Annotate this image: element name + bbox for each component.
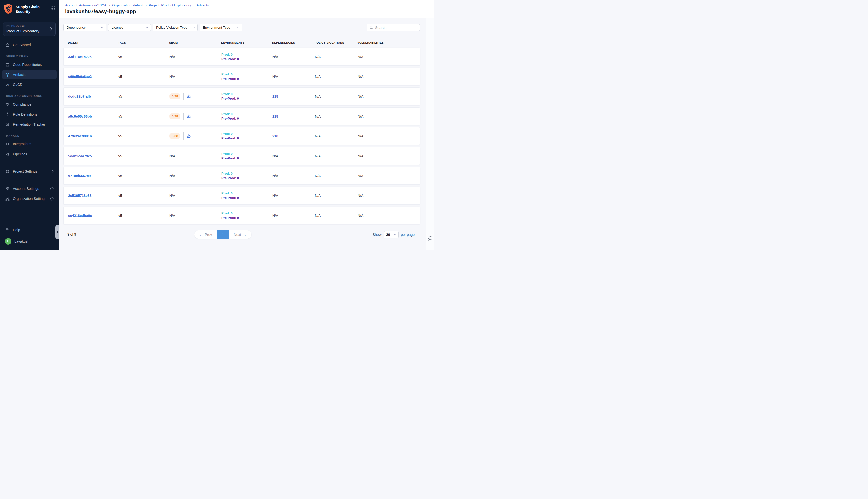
digest-link[interactable]: 479e2acd981b [68,134,118,138]
arrow-right-icon: → [243,232,246,237]
content-area: Dependency License Policy Violation Type… [59,18,426,250]
sidebar-item-artifacts[interactable]: Artifacts [2,70,57,80]
license-filter-select[interactable]: License [108,24,151,32]
page-1-button[interactable]: 1 [217,230,229,239]
table-footer: 9 of 9 ← Prev 1 Next → Show [63,227,420,243]
next-label: Next [234,233,241,237]
chat-support-icon[interactable] [427,235,433,241]
module-grid-icon[interactable] [50,6,55,11]
sidebar-item-get-started[interactable]: Get Started [2,40,57,50]
dependencies-cell: 218 [272,94,315,99]
dependencies-na: N/A [272,75,278,78]
search-input[interactable] [375,26,421,30]
dependencies-link[interactable]: 218 [272,134,278,138]
sidebar-item-label: Artifacts [13,73,26,77]
prod-count: Prod: 0 [221,132,272,136]
breadcrumb-separator: › [146,3,147,7]
app-window: Supply Chain Security [0,0,434,250]
dependencies-cell: 218 [272,114,315,119]
sidebar-bottom: ? Help L Lavakush [0,225,59,250]
section-label-supply-chain: SUPPLY CHAIN [6,55,59,58]
sidebar-item-pipelines[interactable]: Pipelines [2,149,57,159]
sidebar-item-label: Account Settings [13,187,39,191]
digest-link[interactable]: 5dab9caa79c5 [68,154,118,158]
page-size-control: Show 20 per page [373,231,415,239]
download-sbom-button[interactable] [187,94,191,98]
digest-link[interactable]: 33d114e1c225 [68,55,118,59]
policy-violations-value: N/A [315,214,358,218]
supply-chain-security-logo [3,3,13,14]
dependencies-link[interactable]: 218 [272,95,278,98]
sbom-cell: 6.38 [169,112,221,120]
next-page-button[interactable]: Next → [229,230,251,239]
prev-page-button[interactable]: ← Prev [195,230,217,239]
project-selector[interactable]: PROJECT Product Exploratory [3,22,55,36]
sidebar-item-code-repositories[interactable]: Code Repositories [2,60,57,69]
preprod-count: Pre-Prod: 0 [221,97,272,100]
section-label-manage: MANAGE [6,134,59,137]
sbom-na: N/A [169,174,175,178]
breadcrumb-project-link[interactable]: Project: Product Exploratory [149,3,191,7]
sbom-score-badge: 6.38 [169,94,180,99]
digest-link[interactable]: c69c5b6a8ae2 [68,75,118,78]
sidebar-item-integrations[interactable]: Integrations [2,139,57,149]
digest-link[interactable]: ee4218cdba0c [68,214,118,218]
integrations-icon [5,142,10,146]
download-sbom-button[interactable] [187,134,191,138]
column-header-environments: ENVIRONMENTS [221,41,272,44]
sbom-cell: N/A [169,194,221,198]
sidebar-item-label: CI/CD [13,83,22,87]
user-menu[interactable]: L Lavakush [2,237,57,246]
environments-cell: Prod: 0 Pre-Prod: 0 [221,52,272,61]
breadcrumb-artifacts-link[interactable]: Artifacts [197,3,209,7]
digest-link[interactable]: a9c6e00c66bb [68,114,118,118]
chevron-right-icon [50,27,52,31]
sidebar-item-remediation-tracker[interactable]: Remediation Tracker [2,120,57,129]
table-row: a9c6e00c66bb v5 6.38 Prod: 0 [63,107,420,125]
sidebar-item-organization-settings[interactable]: Organization Settings [2,194,57,204]
dependencies-link[interactable]: 218 [272,114,278,118]
tag-value: v5 [118,214,169,218]
show-label: Show [373,233,382,237]
environment-type-filter-select[interactable]: Environment Type [200,24,243,32]
sidebar-item-label: Help [13,228,20,232]
document-search-icon [5,102,10,107]
page-size-select[interactable]: 20 [384,231,399,239]
breadcrumb-organization-link[interactable]: Organization: default [112,3,144,7]
sidebar-item-cicd[interactable]: ∞ CI/CD [2,80,57,89]
dependency-filter-select[interactable]: Dependency [63,24,106,32]
sbom-na: N/A [169,75,175,78]
filter-label: Policy Violation Type [156,26,190,29]
info-icon[interactable] [50,197,54,200]
info-icon[interactable] [50,187,54,191]
policy-violation-type-filter-select[interactable]: Policy Violation Type [153,24,198,32]
dependencies-na: N/A [272,194,278,198]
sidebar-item-label: Get Started [13,43,31,47]
sidebar-item-account-settings[interactable]: Account Settings [2,184,57,194]
digest-link[interactable]: 2c5365718e88 [68,194,118,198]
breadcrumb-account-link[interactable]: Account: Automation-SSCA [65,3,107,7]
prod-count: Prod: 0 [221,192,272,195]
digest-link[interactable]: 9710cf6667c9 [68,174,118,178]
tag-value: v5 [118,134,169,138]
dependencies-na: N/A [272,174,278,178]
download-sbom-button[interactable] [187,114,191,118]
sidebar-item-help[interactable]: ? Help [2,225,57,235]
prod-count: Prod: 0 [221,52,272,56]
sidebar-item-compliance[interactable]: Compliance [2,99,57,109]
sbom-na: N/A [169,194,175,198]
box-bandage-icon [5,122,10,126]
home-icon [5,43,10,47]
sidebar-item-rule-definitions[interactable]: Rule Definitions [2,110,57,119]
divider [183,112,184,120]
dependencies-cell: N/A [272,154,315,158]
digest-link[interactable]: dcdd29b7fafb [68,95,118,98]
tag-value: v5 [118,154,169,158]
sidebar-collapse-handle[interactable] [55,225,59,240]
sbom-cell: N/A [169,75,221,78]
sbom-score-group: 6.38 [169,93,191,100]
column-header-vulnerabilities: VULNERABILITIES [357,41,420,44]
sidebar-item-project-settings[interactable]: Project Settings [2,167,57,176]
sidebar-nav: Get Started SUPPLY CHAIN Code Repositori… [0,40,59,250]
environments-cell: Prod: 0 Pre-Prod: 0 [221,92,272,100]
